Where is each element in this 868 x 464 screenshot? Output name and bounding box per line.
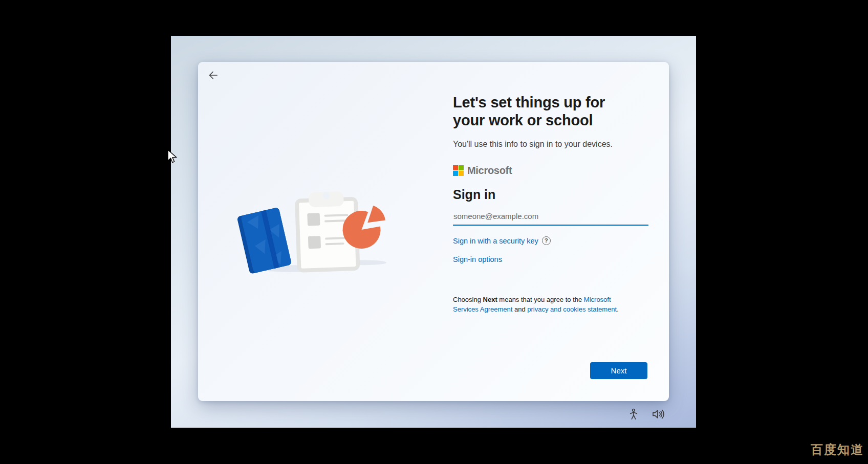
privacy-statement-link[interactable]: privacy and cookies statement bbox=[527, 305, 617, 313]
email-input[interactable] bbox=[453, 210, 648, 226]
security-key-link[interactable]: Sign in with a security key bbox=[453, 237, 538, 245]
next-button[interactable]: Next bbox=[590, 362, 647, 379]
work-school-illustration bbox=[237, 183, 392, 276]
microsoft-logo-icon bbox=[453, 165, 464, 176]
help-icon[interactable]: ? bbox=[542, 236, 551, 245]
signin-options-link[interactable]: Sign-in options bbox=[453, 255, 502, 263]
oobe-signin-card: Let's set things up for your work or sch… bbox=[198, 62, 669, 401]
agreement-prefix: Choosing bbox=[453, 296, 483, 303]
notebook-graphic bbox=[237, 207, 292, 274]
microsoft-brand: Microsoft bbox=[453, 165, 648, 176]
back-arrow-icon bbox=[207, 70, 219, 82]
agreement-text: Choosing Next means that you agree to th… bbox=[453, 295, 637, 314]
agreement-middle: means that you agree to the bbox=[497, 296, 584, 303]
volume-icon[interactable] bbox=[651, 407, 665, 421]
microsoft-wordmark: Microsoft bbox=[467, 165, 512, 176]
setup-background: Let's set things up for your work or sch… bbox=[171, 36, 696, 428]
back-button[interactable] bbox=[204, 67, 222, 84]
signin-heading: Sign in bbox=[453, 187, 648, 202]
agreement-and: and bbox=[512, 305, 527, 313]
agreement-suffix: . bbox=[617, 305, 619, 313]
page-subtitle: You'll use this info to sign in to your … bbox=[453, 140, 648, 149]
page-title: Let's set things up for your work or sch… bbox=[453, 94, 632, 129]
accessibility-icon[interactable] bbox=[626, 407, 640, 421]
agreement-next-word: Next bbox=[483, 296, 497, 303]
watermark-text: 百度知道 bbox=[811, 441, 864, 458]
